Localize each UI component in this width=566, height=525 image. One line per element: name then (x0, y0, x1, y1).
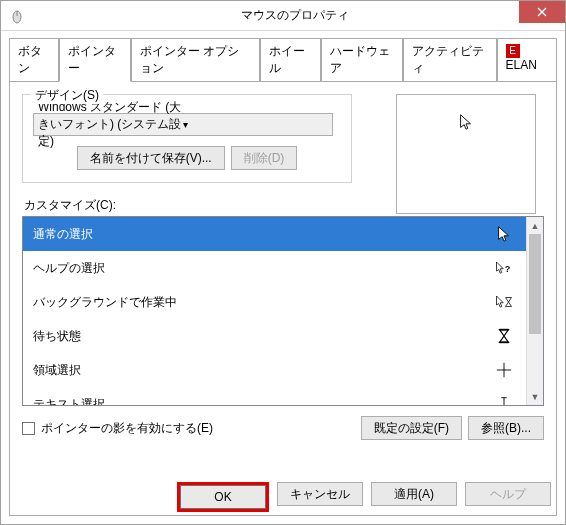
tab-strip: ボタン ポインター ポインター オプション ホイール ハードウェア アクティビテ… (1, 31, 565, 81)
dialog-buttons: OK キャンセル 適用(A) ヘルプ (177, 482, 551, 512)
tab-pointer[interactable]: ポインター (59, 38, 131, 82)
help-button: ヘルプ (465, 482, 551, 506)
defaults-button[interactable]: 既定の設定(F) (361, 416, 462, 440)
arrow-wait-cursor-icon (492, 293, 516, 311)
apply-button[interactable]: 適用(A) (371, 482, 457, 506)
list-item[interactable]: 待ち状態 (23, 319, 526, 353)
list-item[interactable]: テキスト選択 (23, 387, 526, 406)
scrollbar[interactable]: ▲ ▼ (526, 217, 543, 405)
cursor-preview (396, 94, 536, 214)
elan-icon: E (506, 44, 520, 58)
tab-elan[interactable]: EELAN (497, 38, 557, 82)
tab-hardware[interactable]: ハードウェア (321, 38, 404, 82)
design-group: デザイン(S) Windows スタンダード (大きいフォント) (システム設定… (22, 94, 352, 183)
arrow-cursor-icon (457, 113, 475, 131)
mouse-icon (9, 8, 25, 24)
cursor-list[interactable]: 通常の選択 ヘルプの選択 ? バックグラウンドで作業中 待ち状態 領域選択 (22, 216, 544, 406)
tab-content: デザイン(S) Windows スタンダード (大きいフォント) (システム設定… (9, 81, 557, 516)
scheme-value: Windows スタンダード (大きいフォント) (システム設定) (38, 99, 183, 150)
tab-activity[interactable]: アクティビティ (403, 38, 496, 82)
save-as-button[interactable]: 名前を付けて保存(V)... (77, 146, 225, 170)
ok-button[interactable]: OK (180, 485, 266, 509)
mouse-properties-window: マウスのプロパティ ボタン ポインター ポインター オプション ホイール ハード… (0, 0, 566, 525)
list-item[interactable]: ヘルプの選択 ? (23, 251, 526, 285)
checkbox-box (22, 422, 35, 435)
close-button[interactable] (519, 1, 565, 23)
tab-buttons[interactable]: ボタン (9, 38, 59, 82)
ok-highlight: OK (177, 482, 269, 512)
cancel-button[interactable]: キャンセル (277, 482, 363, 506)
delete-button: 削除(D) (231, 146, 298, 170)
scroll-thumb[interactable] (529, 234, 541, 334)
scroll-down-icon[interactable]: ▼ (527, 388, 543, 405)
list-item[interactable]: バックグラウンドで作業中 (23, 285, 526, 319)
arrow-help-cursor-icon: ? (492, 259, 516, 277)
design-group-title: デザイン(S) (31, 87, 103, 104)
tab-pointer-options[interactable]: ポインター オプション (131, 38, 260, 82)
arrow-cursor-icon (492, 225, 516, 243)
window-title: マウスのプロパティ (25, 7, 565, 24)
tab-wheel[interactable]: ホイール (260, 38, 321, 82)
chevron-down-icon: ▾ (183, 119, 328, 130)
pointer-shadow-checkbox[interactable]: ポインターの影を有効にする(E) (22, 420, 361, 437)
scroll-up-icon[interactable]: ▲ (527, 217, 543, 234)
cross-cursor-icon (492, 361, 516, 379)
titlebar: マウスのプロパティ (1, 1, 565, 31)
list-item[interactable]: 領域選択 (23, 353, 526, 387)
svg-text:?: ? (505, 264, 511, 274)
scheme-combo[interactable]: Windows スタンダード (大きいフォント) (システム設定) ▾ (33, 113, 333, 136)
browse-button[interactable]: 参照(B)... (468, 416, 544, 440)
ibeam-cursor-icon (492, 395, 516, 406)
list-item[interactable]: 通常の選択 (23, 217, 526, 251)
hourglass-cursor-icon (492, 327, 516, 345)
